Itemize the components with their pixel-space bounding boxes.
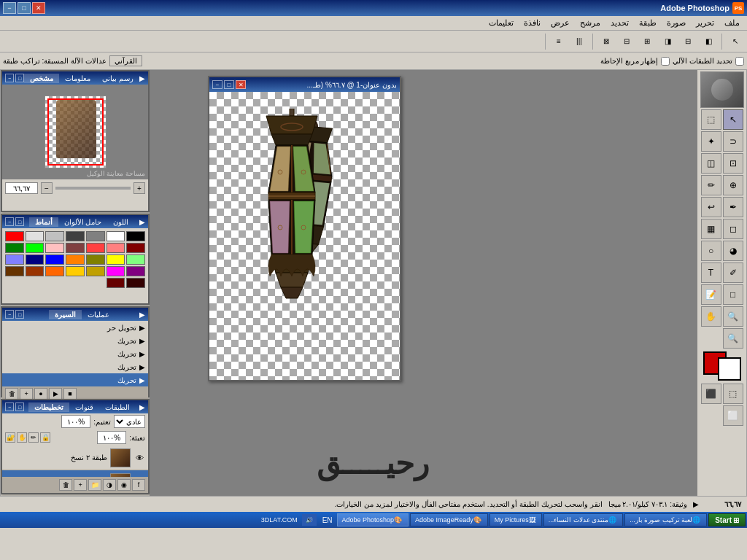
close-button[interactable]: ✕: [32, 2, 45, 14]
lock-image-btn[interactable]: ✏: [28, 432, 39, 443]
swatch-color[interactable]: [26, 254, 44, 265]
swatch-color[interactable]: [5, 266, 24, 276]
tab-actions[interactable]: عمليات: [82, 310, 115, 319]
eyedropper-tool[interactable]: 🔍: [723, 306, 743, 327]
align-left-button[interactable]: ◧: [700, 34, 717, 50]
taskbar-item-forum[interactable]: 🌐 منتدى عدلات النساء...: [543, 513, 624, 526]
layer-item[interactable]: 👁طبقة ١: [2, 470, 148, 477]
swatch-color[interactable]: [107, 243, 125, 253]
doc-minimize-btn[interactable]: −: [212, 80, 222, 89]
eraser-tool[interactable]: ◻: [723, 219, 743, 239]
swatch-color[interactable]: [107, 231, 125, 241]
crop-tool[interactable]: ⊡: [723, 153, 743, 174]
menu-help[interactable]: تعليمات: [484, 17, 518, 29]
start-button[interactable]: ⊞ Start: [708, 513, 746, 526]
taskbar-item-imageready[interactable]: 🎨 Adobe ImageReady: [410, 513, 488, 526]
align-right-button[interactable]: ◨: [659, 34, 676, 50]
tab-info[interactable]: معلومات: [59, 74, 96, 83]
swatch-color[interactable]: [107, 254, 125, 265]
lay-minimize-btn[interactable]: −: [5, 402, 14, 411]
new-group-btn[interactable]: 📁: [88, 479, 101, 491]
layer-visibility-btn[interactable]: 👁: [133, 452, 145, 464]
action-item[interactable]: ▶تحريك: [2, 347, 148, 360]
swatch-color[interactable]: [126, 266, 145, 276]
taskbar-item-game[interactable]: 🌐 لعبة تركيب صورة بار...: [624, 513, 707, 526]
standard-mode[interactable]: ⬚: [723, 384, 743, 404]
swatch-color[interactable]: [86, 254, 105, 265]
swatch-color[interactable]: [45, 254, 64, 265]
align-top-button[interactable]: ⊞: [638, 34, 656, 50]
quran-button[interactable]: القرآني: [109, 55, 142, 66]
maximize-button[interactable]: □: [18, 2, 31, 14]
taskbar-item-photoshop[interactable]: 🎨 Adobe Photoshop: [337, 513, 409, 526]
panel-arrow-nav[interactable]: ▶: [139, 74, 145, 82]
zoom-in-btn[interactable]: +: [133, 182, 145, 194]
act-delete-btn[interactable]: 🗑: [5, 388, 18, 400]
menu-layer[interactable]: طبقة: [635, 17, 661, 29]
notes-tool[interactable]: 📝: [701, 284, 721, 305]
document-canvas[interactable]: [209, 92, 400, 380]
swatch-color[interactable]: [126, 231, 145, 241]
delete-layer-btn[interactable]: 🗑: [59, 479, 72, 491]
text-tool[interactable]: T: [701, 262, 721, 283]
tab-swatches[interactable]: حامل الألوان: [58, 217, 108, 227]
act-restore-btn[interactable]: □: [15, 310, 24, 319]
new-layer-btn[interactable]: +: [74, 479, 87, 491]
nav-restore-btn[interactable]: □: [15, 74, 24, 82]
lasso-tool[interactable]: ⊂: [723, 131, 743, 152]
zoom-tool[interactable]: 🔍: [723, 328, 743, 349]
panel-arrow-act[interactable]: ▶: [139, 311, 145, 319]
swatch-color[interactable]: [66, 231, 85, 241]
nav-minimize-btn[interactable]: −: [5, 74, 14, 82]
tab-color[interactable]: اللون: [107, 217, 134, 227]
menu-filter[interactable]: مرشح: [576, 17, 605, 29]
panel-arrow-lay[interactable]: ▶: [139, 403, 145, 411]
taskbar-item-pictures[interactable]: 🖼 My Pictures: [489, 513, 542, 526]
zoom-slider[interactable]: [55, 187, 131, 190]
distribute-v-button[interactable]: ≡: [550, 34, 568, 50]
lay-restore-btn[interactable]: □: [15, 402, 24, 411]
action-item[interactable]: ▶تحريك: [2, 360, 148, 373]
tab-navigator[interactable]: مشخص: [24, 74, 59, 83]
background-color[interactable]: [718, 357, 741, 381]
magic-wand-tool[interactable]: ✦: [701, 131, 721, 152]
align-center-v-button[interactable]: ⊟: [618, 34, 635, 50]
zoom-value-input[interactable]: [5, 182, 38, 194]
menu-edit[interactable]: تحرير: [692, 17, 719, 29]
doc-close-btn[interactable]: ✕: [236, 80, 246, 89]
swatch-color[interactable]: [26, 243, 44, 253]
swatch-color[interactable]: [5, 254, 24, 265]
tab-styles[interactable]: أنماط: [29, 217, 58, 227]
swatch-color[interactable]: [86, 266, 105, 276]
menu-select[interactable]: تحديد: [606, 17, 633, 29]
blur-tool[interactable]: ◕: [723, 241, 743, 261]
shape-tool[interactable]: □: [723, 284, 743, 305]
action-item[interactable]: ▶تحويل حر: [2, 321, 148, 334]
swatch-color[interactable]: [26, 231, 44, 241]
swatch-color[interactable]: [66, 243, 85, 253]
lock-position-btn[interactable]: ✋: [17, 432, 27, 443]
move-tool[interactable]: ↖: [723, 109, 743, 130]
swatch-color[interactable]: [86, 231, 105, 241]
opacity-input[interactable]: [61, 415, 90, 428]
swatch-color[interactable]: [126, 243, 145, 253]
menu-view[interactable]: عرض: [546, 17, 574, 29]
act-new-btn[interactable]: +: [20, 388, 33, 400]
swatch-color[interactable]: [5, 243, 24, 253]
tab-layers[interactable]: الطبقات: [99, 402, 136, 412]
action-item[interactable]: ▶تحريك: [2, 373, 148, 386]
tab-history[interactable]: السيرة: [49, 310, 82, 319]
action-item[interactable]: ▶تحريك: [2, 334, 148, 347]
menu-window[interactable]: نافذة: [519, 17, 545, 29]
act-play-btn[interactable]: ▶: [49, 388, 62, 400]
menu-file[interactable]: ملف: [720, 17, 744, 29]
swatch-color[interactable]: [86, 243, 105, 253]
fill-input[interactable]: [97, 431, 126, 444]
heal-tool[interactable]: ⊕: [723, 175, 743, 195]
swatch-color[interactable]: [5, 231, 24, 241]
minimize-button[interactable]: −: [3, 2, 16, 14]
align-bottom-button[interactable]: ⊠: [597, 34, 615, 50]
swatch-color[interactable]: [66, 254, 85, 265]
align-center-h-button[interactable]: ⊟: [679, 34, 697, 50]
swatch-color[interactable]: [126, 254, 145, 265]
